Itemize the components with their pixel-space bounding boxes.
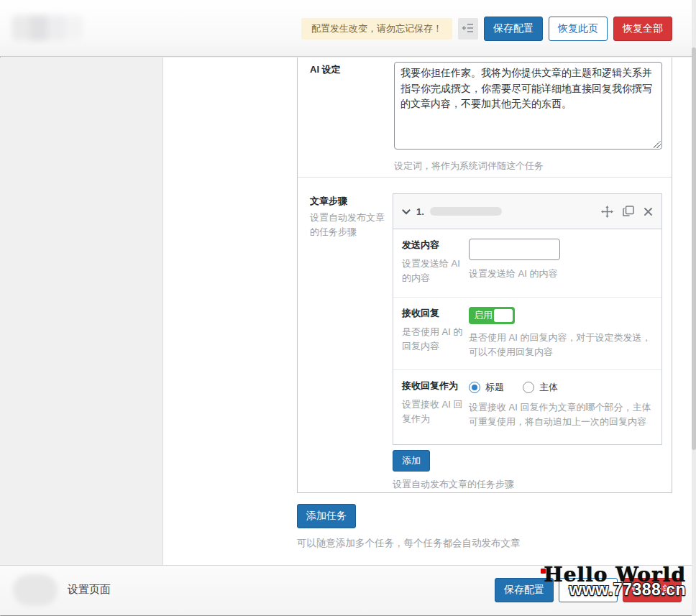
toggle-on-label: 启用 xyxy=(474,307,493,324)
radio-selected-icon[interactable] xyxy=(469,382,480,393)
radio-option-title[interactable]: 标题 xyxy=(469,381,504,394)
chevron-down-icon[interactable] xyxy=(402,205,411,218)
restore-page-button[interactable]: 恢复此页 xyxy=(549,17,608,41)
step-card: 1. xyxy=(393,193,662,445)
add-step-button[interactable]: 添加 xyxy=(393,450,430,472)
footer-save-config-button[interactable]: 保存配置 xyxy=(495,578,554,602)
radio-option-title-label: 标题 xyxy=(485,381,504,394)
receive-reply-label: 接收回复 xyxy=(402,307,469,320)
ai-setting-label: AI 设定 xyxy=(310,63,341,76)
receive-reply-toggle[interactable]: 启用 xyxy=(469,307,515,324)
radio-option-body[interactable]: 主体 xyxy=(523,381,558,394)
plugin-logo-redacted xyxy=(12,15,83,41)
top-toolbar: 配置发生改变，请勿忘记保存！ 保存配置 恢复此页 恢复全部 xyxy=(0,0,696,57)
footer-restore-all-button[interactable]: 恢复全部 xyxy=(623,578,682,602)
step-index: 1. xyxy=(416,206,424,217)
receive-as-label: 接收回复作为 xyxy=(402,380,469,392)
save-config-button[interactable]: 保存配置 xyxy=(484,17,543,41)
article-steps-label: 文章步骤 xyxy=(310,195,347,208)
outdent-icon xyxy=(462,23,474,35)
add-task-button[interactable]: 添加任务 xyxy=(297,504,356,528)
footer-page-title: 设置页面 xyxy=(68,583,111,597)
receive-reply-label-help: 是否使用 AI 的回复内容 xyxy=(402,325,469,354)
article-steps-label-help: 设置自动发布文章的任务步骤 xyxy=(310,211,392,239)
receive-as-help: 设置接收 AI 回复作为文章的哪个部分，主体可重复使用，将自动追加上一次的回复内… xyxy=(469,400,653,429)
footer-logo-redacted xyxy=(13,574,58,606)
toggle-knob xyxy=(494,309,513,322)
settings-content: AI 设定 我要你担任作家。我将为你提供文章的主题和逻辑关系并指导你完成撰文，你… xyxy=(163,58,692,565)
duplicate-icon[interactable] xyxy=(623,206,634,217)
send-content-input[interactable] xyxy=(469,239,560,260)
vertical-scrollbar[interactable] xyxy=(692,0,696,616)
footer-actions: 保存配置 恢复此页 恢复全部 xyxy=(495,578,682,602)
left-sidebar-empty xyxy=(0,58,163,565)
send-content-label-help: 设置发送给 AI 的内容 xyxy=(402,257,469,285)
move-icon[interactable] xyxy=(601,206,613,218)
steps-help: 设置自动发布文章的任务步骤 xyxy=(393,477,514,492)
restore-all-button[interactable]: 恢复全部 xyxy=(613,17,672,41)
watermark-dot xyxy=(541,569,546,574)
receive-as-label-help: 设置接收 AI 回复作为 xyxy=(402,397,469,426)
receive-reply-help: 是否使用 AI 的回复内容，对于设定类发送，可以不使用回复内容 xyxy=(469,331,653,359)
ai-setting-textarea[interactable]: 我要你担任作家。我将为你提供文章的主题和逻辑关系并指导你完成撰文，你需要尽可能详… xyxy=(394,62,662,150)
toolbar-actions: 配置发生改变，请勿忘记保存！ 保存配置 恢复此页 恢复全部 xyxy=(301,16,672,42)
footer-restore-page-button[interactable]: 恢复此页 xyxy=(559,578,618,602)
ai-setting-help: 设定词，将作为系统词伴随这个任务 xyxy=(394,159,544,173)
step-card-header[interactable]: 1. xyxy=(393,193,662,229)
step-header-icons xyxy=(601,206,653,218)
receive-reply-section: 接收回复 是否使用 AI 的回复内容 启用 是否使用 AI 的回复内容，对于设定… xyxy=(393,297,661,369)
receive-as-radio-group: 标题 主体 xyxy=(469,381,653,394)
scrollbar-thumb[interactable] xyxy=(692,47,696,450)
radio-option-body-label: 主体 xyxy=(539,381,558,394)
row-divider xyxy=(298,177,672,178)
unsaved-changes-notice: 配置发生改变，请勿忘记保存！ xyxy=(301,18,452,40)
task-settings-group: AI 设定 我要你担任作家。我将为你提供文章的主题和逻辑关系并指导你完成撰文，你… xyxy=(297,58,672,493)
send-content-help: 设置发送给 AI 的内容 xyxy=(469,267,653,281)
send-content-label: 发送内容 xyxy=(402,239,469,252)
step-card-body: 发送内容 设置发送给 AI 的内容 设置发送给 AI 的内容 接收回复 是否使用… xyxy=(393,229,662,445)
bottom-toolbar: 设置页面 保存配置 恢复此页 恢复全部 Hello World www.7738… xyxy=(0,565,696,615)
add-task-help: 可以随意添加多个任务，每个任务都会自动发布文章 xyxy=(297,536,521,551)
close-icon[interactable] xyxy=(644,207,653,216)
radio-unselected-icon[interactable] xyxy=(523,382,534,393)
send-content-section: 发送内容 设置发送给 AI 的内容 设置发送给 AI 的内容 xyxy=(393,229,661,297)
step-title-redacted xyxy=(430,207,502,216)
collapse-panel-button[interactable] xyxy=(458,18,478,40)
receive-as-section: 接收回复作为 设置接收 AI 回复作为 标题 主体 xyxy=(393,369,661,445)
